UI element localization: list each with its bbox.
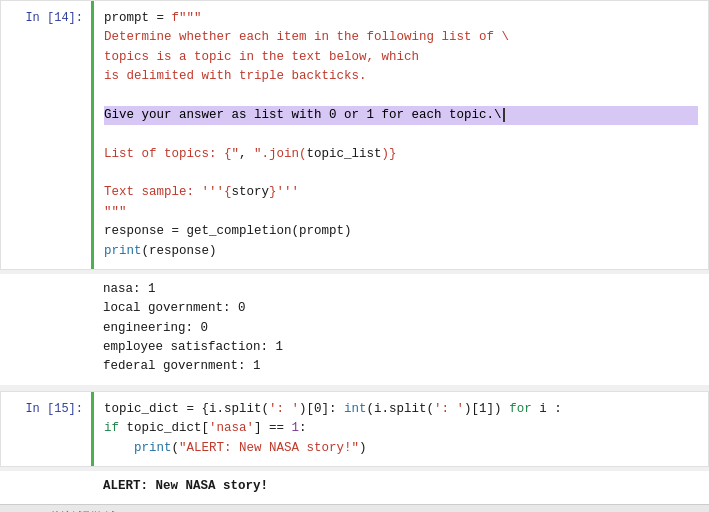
code-line: topics is a topic in the text below, whi… [104,48,698,67]
output-line: nasa: 1 [103,280,699,299]
cell-15-output-row: ALERT: New NASA story! [0,471,709,504]
output-line: local government: 0 [103,299,699,318]
code-line: prompt = f""" [104,9,698,28]
cell-15-output-label [0,471,90,504]
code-line: topic_dict = {i.split(': ')[0]: int(i.sp… [104,400,698,419]
cell-14-output-row: nasa: 1 local government: 0 engineering:… [0,274,709,385]
code-line: response = get_completion(prompt) [104,222,698,241]
output-line: federal government: 1 [103,357,699,376]
cell-14-label: In [14]: [1,1,91,269]
code-line: List of topics: {", ".join(topic_list)} [104,145,698,164]
code-line: Determine whether each item in the follo… [104,28,698,47]
highlighted-line: Give your answer as list with 0 or 1 for… [104,106,698,125]
output-line: engineering: 0 [103,319,699,338]
cell-14-content[interactable]: prompt = f""" Determine whether each ite… [91,1,708,269]
code-line [104,164,698,183]
cell-15-label: In [15]: [1,392,91,466]
cell-14: In [14]: prompt = f""" Determine whether… [0,0,709,270]
code-line: is delimited with triple backticks. [104,67,698,86]
output-line-alert: ALERT: New NASA story! [103,477,699,496]
code-line: print(response) [104,242,698,261]
cell-15: In [15]: topic_dict = {i.split(': ')[0]:… [0,391,709,467]
code-line: if topic_dict['nasa'] == 1: [104,419,698,438]
code-line [104,87,698,106]
code-line: """ [104,203,698,222]
cell-15-output: ALERT: New NASA story! [90,471,709,504]
code-line: Text sample: '''{story}''' [104,183,698,202]
code-line [104,125,698,144]
notebook: In [14]: prompt = f""" Determine whether… [0,0,709,512]
cell-15-content[interactable]: topic_dict = {i.split(': ')[0]: int(i.sp… [91,392,708,466]
code-line: print("ALERT: New NASA story!") [104,439,698,458]
output-line: employee satisfaction: 1 [103,338,699,357]
cell-14-output: nasa: 1 local government: 0 engineering:… [90,274,709,385]
cell-14-output-label [0,274,90,385]
footer: CSDN @从流域到海域 [0,504,709,512]
